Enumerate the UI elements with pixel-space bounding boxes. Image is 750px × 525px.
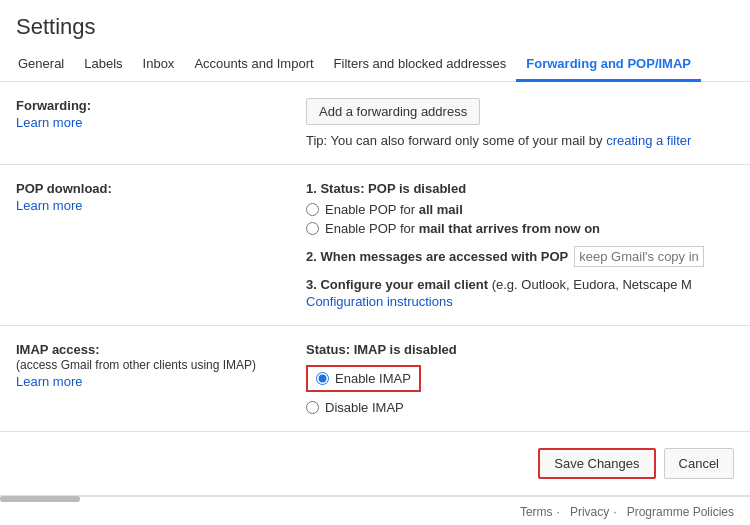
pop-configure-area: 3. Configure your email client (e.g. Out… <box>306 277 734 309</box>
imap-disable-option: Disable IMAP <box>306 400 734 415</box>
pop-now-on-bold: mail that arrives from now on <box>419 221 600 236</box>
pop-label-area: POP download: Learn more <box>16 181 306 213</box>
pop-all-mail-radio[interactable] <box>306 203 319 216</box>
imap-status: Status: IMAP is disabled <box>306 342 734 357</box>
forwarding-section: Forwarding: Learn more Add a forwarding … <box>0 82 750 165</box>
imap-enable-option: Enable IMAP <box>316 371 411 386</box>
pop-when-label: 2. When messages are accessed with POP <box>306 249 568 264</box>
pop-title: POP download: <box>16 181 112 196</box>
sep1: · <box>557 505 560 519</box>
imap-content: Status: IMAP is disabled Enable IMAP Dis… <box>306 342 734 415</box>
add-forwarding-button[interactable]: Add a forwarding address <box>306 98 480 125</box>
save-cancel-area: Save Changes Cancel <box>0 432 750 496</box>
imap-enable-box: Enable IMAP <box>306 365 421 392</box>
pop-now-on-option: Enable POP for mail that arrives from no… <box>306 221 734 236</box>
imap-enable-label: Enable IMAP <box>335 371 411 386</box>
pop-all-mail-bold: all mail <box>419 202 463 217</box>
pop-all-mail-text: Enable POP for all mail <box>325 202 463 217</box>
imap-learn-more[interactable]: Learn more <box>16 374 290 389</box>
privacy-link[interactable]: Privacy <box>570 505 609 519</box>
scrollbar-thumb[interactable] <box>0 496 80 502</box>
pop-status: 1. Status: POP is disabled <box>306 181 734 196</box>
sep2: · <box>613 505 616 519</box>
imap-label-area: IMAP access: (access Gmail from other cl… <box>16 342 306 389</box>
programme-link[interactable]: Programme Policies <box>627 505 734 519</box>
tabs-bar: General Labels Inbox Accounts and Import… <box>0 48 750 82</box>
forwarding-content: Add a forwarding address Tip: You can al… <box>306 98 734 148</box>
tab-accounts[interactable]: Accounts and Import <box>184 48 323 82</box>
page-title: Settings <box>0 0 750 48</box>
pop-download-section: POP download: Learn more 1. Status: POP … <box>0 165 750 326</box>
tab-general[interactable]: General <box>8 48 74 82</box>
forwarding-tip: Tip: You can also forward only some of y… <box>306 133 734 148</box>
pop-all-mail-option: Enable POP for all mail <box>306 202 734 217</box>
imap-disable-radio[interactable] <box>306 401 319 414</box>
pop-when-row: 2. When messages are accessed with POP <box>306 246 734 267</box>
creating-filter-link[interactable]: creating a filter <box>606 133 691 148</box>
imap-sub-label: (access Gmail from other clients using I… <box>16 358 256 372</box>
bottom-bar: Terms · Privacy · Programme Policies <box>0 496 750 525</box>
pop-configure-label: 3. Configure your email client <box>306 277 488 292</box>
imap-disable-label: Disable IMAP <box>325 400 404 415</box>
pop-learn-more[interactable]: Learn more <box>16 198 290 213</box>
tab-inbox[interactable]: Inbox <box>133 48 185 82</box>
terms-link[interactable]: Terms <box>520 505 553 519</box>
cancel-button[interactable]: Cancel <box>664 448 734 479</box>
tab-forwarding[interactable]: Forwarding and POP/IMAP <box>516 48 701 82</box>
configuration-instructions-link[interactable]: Configuration instructions <box>306 294 734 309</box>
imap-section: IMAP access: (access Gmail from other cl… <box>0 326 750 432</box>
pop-when-input[interactable] <box>574 246 704 267</box>
forwarding-learn-more[interactable]: Learn more <box>16 115 290 130</box>
imap-enable-radio[interactable] <box>316 372 329 385</box>
forwarding-title: Forwarding: <box>16 98 91 113</box>
imap-title: IMAP access: <box>16 342 100 357</box>
pop-now-on-radio[interactable] <box>306 222 319 235</box>
pop-content: 1. Status: POP is disabled Enable POP fo… <box>306 181 734 309</box>
pop-configure-eg: (e.g. Outlook, Eudora, Netscape M <box>492 277 692 292</box>
tab-filters[interactable]: Filters and blocked addresses <box>324 48 517 82</box>
save-changes-button[interactable]: Save Changes <box>538 448 655 479</box>
pop-now-on-text: Enable POP for mail that arrives from no… <box>325 221 600 236</box>
tip-text-prefix: Tip: You can also forward only some of y… <box>306 133 603 148</box>
forwarding-label-area: Forwarding: Learn more <box>16 98 306 130</box>
tab-labels[interactable]: Labels <box>74 48 132 82</box>
